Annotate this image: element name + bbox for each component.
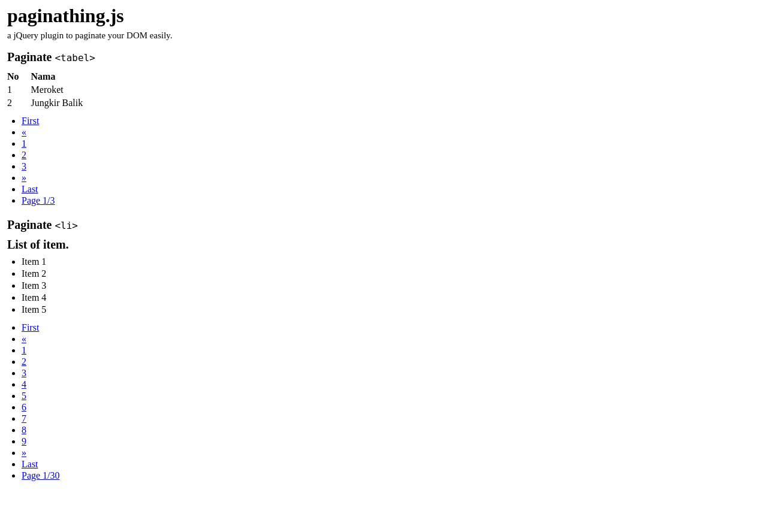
pagination-item[interactable]: 1 bbox=[22, 345, 760, 356]
pagination-item[interactable]: 2 bbox=[22, 356, 760, 367]
list-item: Item 1 bbox=[22, 256, 760, 267]
table-row: 2Jungkir Balik bbox=[7, 96, 95, 110]
pagination-item[interactable]: Page 1/3 bbox=[22, 195, 760, 206]
pagination-table: First«123»LastPage 1/3 bbox=[7, 116, 760, 206]
pagination-item[interactable]: » bbox=[22, 448, 760, 458]
list-item: Item 5 bbox=[22, 304, 760, 315]
section-list: Paginate <li> List of item. Item 1Item 2… bbox=[7, 218, 760, 481]
section-table-heading: Paginate <tabel> bbox=[7, 50, 760, 64]
data-table: No Nama 1Meroket2Jungkir Balik bbox=[7, 70, 95, 110]
pagination-item[interactable]: 7 bbox=[22, 413, 760, 424]
pagination-item[interactable]: Page 1/30 bbox=[22, 470, 760, 481]
pagination-list: First«123456789»LastPage 1/30 bbox=[7, 322, 760, 481]
items-list: Item 1Item 2Item 3Item 4Item 5 bbox=[7, 256, 760, 315]
list-heading: List of item. bbox=[7, 238, 760, 252]
list-item: Item 2 bbox=[22, 268, 760, 279]
table-row: 1Meroket bbox=[7, 83, 95, 96]
pagination-item[interactable]: 5 bbox=[22, 391, 760, 401]
pagination-item[interactable]: 6 bbox=[22, 402, 760, 413]
pagination-item[interactable]: « bbox=[22, 127, 760, 138]
pagination-item[interactable]: 4 bbox=[22, 379, 760, 390]
col-no: No bbox=[7, 70, 31, 83]
pagination-item[interactable]: « bbox=[22, 334, 760, 344]
list-item: Item 4 bbox=[22, 292, 760, 303]
col-nama: Nama bbox=[31, 70, 95, 83]
pagination-item[interactable]: Last bbox=[22, 459, 760, 470]
page-subtitle: a jQuery plugin to paginate your DOM eas… bbox=[7, 31, 760, 41]
pagination-item[interactable]: 9 bbox=[22, 436, 760, 447]
section-list-heading: Paginate <li> bbox=[7, 218, 760, 232]
pagination-item[interactable]: First bbox=[22, 116, 760, 126]
section-table: Paginate <tabel> No Nama 1Meroket2Jungki… bbox=[7, 50, 760, 206]
pagination-item[interactable]: 8 bbox=[22, 425, 760, 436]
list-item: Item 3 bbox=[22, 280, 760, 291]
pagination-item[interactable]: Last bbox=[22, 184, 760, 195]
pagination-item[interactable]: 3 bbox=[22, 368, 760, 379]
pagination-item[interactable]: » bbox=[22, 173, 760, 183]
pagination-item[interactable]: 2 bbox=[22, 150, 760, 161]
pagination-item[interactable]: 1 bbox=[22, 138, 760, 149]
pagination-item[interactable]: 3 bbox=[22, 161, 760, 172]
page-title: paginathing.js bbox=[7, 5, 760, 27]
pagination-item[interactable]: First bbox=[22, 322, 760, 333]
